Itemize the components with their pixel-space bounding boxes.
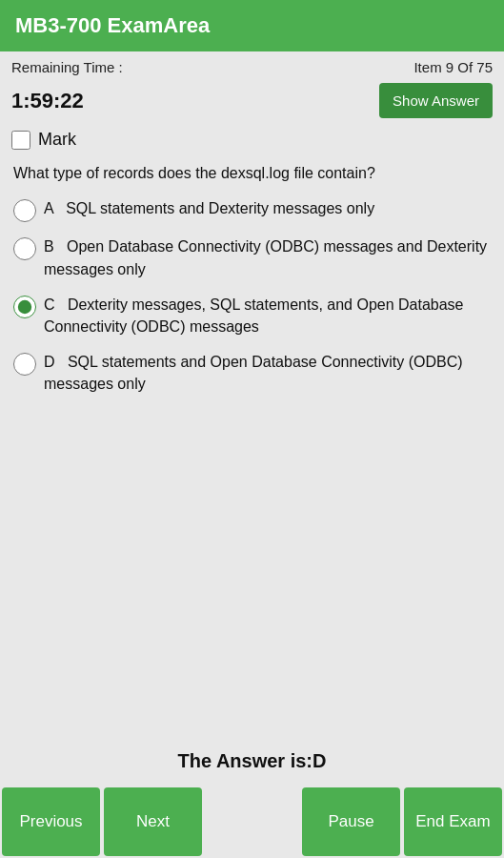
option-radio-c[interactable] (13, 296, 36, 318)
timer-row: 1:59:22 Show Answer (0, 79, 504, 126)
mark-label[interactable]: Mark (38, 130, 76, 150)
footer-nav: Previous Next Pause End Exam (0, 786, 504, 858)
option-row-d: D SQL statements and Open Database Conne… (13, 351, 491, 395)
option-row-b: B Open Database Connectivity (ODBC) mess… (13, 235, 491, 279)
option-radio-a[interactable] (13, 199, 36, 222)
options-container: A SQL statements and Dexterity messages … (13, 197, 491, 395)
app-title: MB3-700 ExamArea (15, 13, 210, 37)
answer-section: The Answer is:D (0, 741, 504, 786)
question-text: What type of records does the dexsql.log… (13, 163, 491, 184)
pause-button[interactable]: Pause (302, 787, 400, 856)
previous-button[interactable]: Previous (2, 787, 100, 856)
item-counter: Item 9 Of 75 (413, 59, 493, 75)
option-radio-b[interactable] (13, 237, 36, 260)
end-exam-button[interactable]: End Exam (404, 787, 502, 856)
footer-spacer (204, 786, 302, 858)
show-answer-button[interactable]: Show Answer (379, 83, 493, 118)
option-row-c: C Dexterity messages, SQL statements, an… (13, 294, 491, 337)
option-radio-d[interactable] (13, 353, 36, 376)
sub-header: Remaining Time : Item 9 Of 75 (0, 51, 504, 79)
option-text-d: D SQL statements and Open Database Conne… (44, 351, 491, 395)
option-row-a: A SQL statements and Dexterity messages … (13, 197, 491, 222)
app-header: MB3-700 ExamArea (0, 0, 504, 51)
question-area: What type of records does the dexsql.log… (0, 159, 504, 741)
next-button[interactable]: Next (104, 787, 202, 856)
answer-text: The Answer is:D (178, 750, 327, 771)
option-text-b: B Open Database Connectivity (ODBC) mess… (44, 235, 491, 279)
mark-checkbox[interactable] (11, 131, 30, 150)
remaining-time-label: Remaining Time : (11, 59, 123, 75)
countdown-timer: 1:59:22 (11, 89, 84, 113)
mark-row: Mark (0, 126, 504, 159)
option-text-c: C Dexterity messages, SQL statements, an… (44, 294, 491, 337)
option-text-a: A SQL statements and Dexterity messages … (44, 197, 374, 219)
